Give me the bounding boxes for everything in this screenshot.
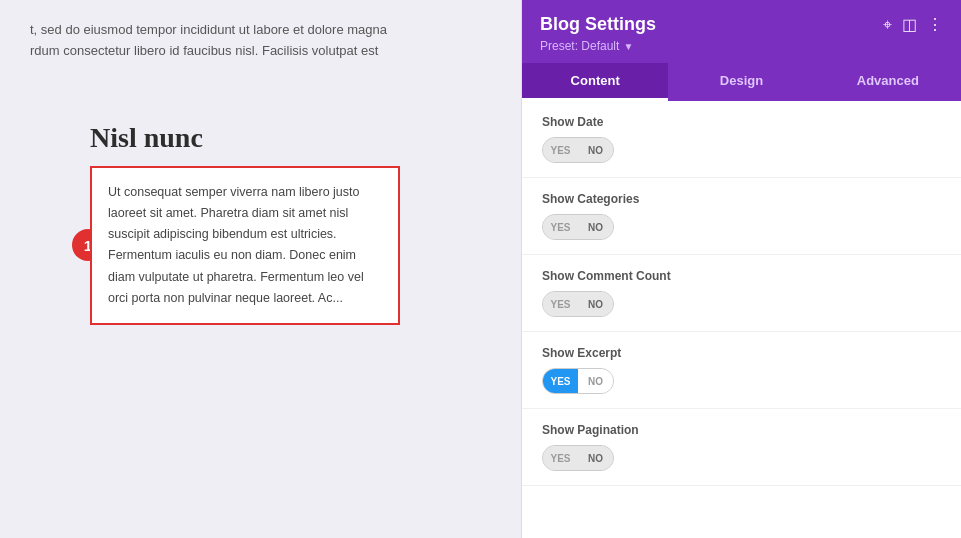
panel-header: Blog Settings ⌖ ◫ ⋮ Preset: Default ▼ — [522, 0, 961, 63]
excerpt-box: Ut consequat semper viverra nam libero j… — [90, 166, 400, 326]
panel-header-icons: ⌖ ◫ ⋮ — [883, 15, 943, 34]
toggle-yes: YES — [543, 138, 578, 162]
show-categories-toggle[interactable]: YES NO — [542, 214, 614, 240]
tab-advanced[interactable]: Advanced — [815, 63, 961, 101]
setting-show-date: Show Date YES NO — [522, 101, 961, 178]
toggle-yes: YES — [543, 215, 578, 239]
toggle-no: NO — [578, 138, 613, 162]
top-text-line1: t, sed do eiusmod tempor incididunt ut l… — [30, 20, 491, 41]
toggle-no: NO — [578, 215, 613, 239]
show-categories-toggle-wrap: YES NO — [542, 214, 941, 240]
setting-show-categories: Show Categories YES NO — [522, 178, 961, 255]
show-date-label: Show Date — [542, 115, 941, 129]
tab-design[interactable]: Design — [668, 63, 814, 101]
toggle-no: NO — [578, 292, 613, 316]
excerpt-text: Ut consequat semper viverra nam libero j… — [108, 182, 382, 310]
show-categories-label: Show Categories — [542, 192, 941, 206]
top-text-line2: rdum consectetur libero id faucibus nisl… — [30, 41, 491, 62]
setting-show-excerpt: Show Excerpt YES NO — [522, 332, 961, 409]
toggle-no: NO — [578, 369, 613, 393]
panel-tabs: Content Design Advanced — [522, 63, 961, 101]
panel-body: Show Date YES NO Show Categories YES NO … — [522, 101, 961, 538]
toggle-yes: YES — [543, 446, 578, 470]
preset-label: Preset: Default — [540, 39, 619, 53]
setting-show-pagination: Show Pagination YES NO — [522, 409, 961, 486]
panel-title: Blog Settings — [540, 14, 656, 35]
show-date-toggle[interactable]: YES NO — [542, 137, 614, 163]
preset-row[interactable]: Preset: Default ▼ — [540, 39, 943, 53]
show-comment-count-toggle[interactable]: YES NO — [542, 291, 614, 317]
target-icon[interactable]: ⌖ — [883, 16, 892, 34]
show-excerpt-toggle-wrap: YES NO — [542, 368, 941, 394]
setting-show-comment-count: Show Comment Count YES NO — [522, 255, 961, 332]
show-excerpt-toggle[interactable]: YES NO — [542, 368, 614, 394]
panel-title-row: Blog Settings ⌖ ◫ ⋮ — [540, 14, 943, 35]
show-pagination-label: Show Pagination — [542, 423, 941, 437]
more-icon[interactable]: ⋮ — [927, 15, 943, 34]
right-panel: Blog Settings ⌖ ◫ ⋮ Preset: Default ▼ Co… — [521, 0, 961, 538]
show-date-toggle-wrap: YES NO — [542, 137, 941, 163]
toggle-no: NO — [578, 446, 613, 470]
show-excerpt-label: Show Excerpt — [542, 346, 941, 360]
show-pagination-toggle[interactable]: YES NO — [542, 445, 614, 471]
show-pagination-toggle-wrap: YES NO — [542, 445, 941, 471]
toggle-yes: YES — [543, 369, 578, 393]
top-text: t, sed do eiusmod tempor incididunt ut l… — [30, 20, 491, 62]
show-comment-count-toggle-wrap: YES NO — [542, 291, 941, 317]
left-panel: t, sed do eiusmod tempor incididunt ut l… — [0, 0, 521, 538]
tab-content[interactable]: Content — [522, 63, 668, 101]
preset-arrow-icon: ▼ — [623, 41, 633, 52]
nisl-heading: Nisl nunc — [90, 122, 491, 154]
toggle-yes: YES — [543, 292, 578, 316]
show-comment-count-label: Show Comment Count — [542, 269, 941, 283]
columns-icon[interactable]: ◫ — [902, 15, 917, 34]
